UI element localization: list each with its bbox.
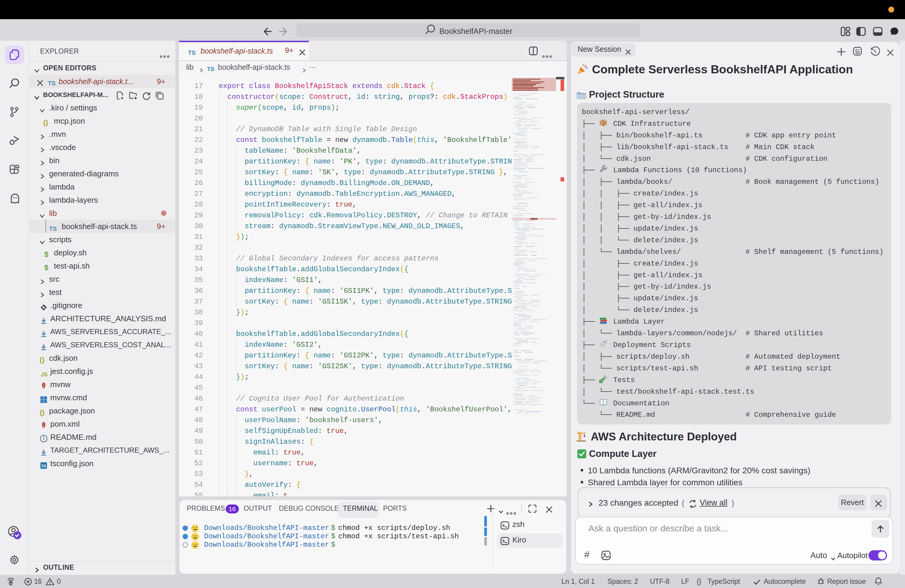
svg-text:TS: TS [41,464,46,468]
